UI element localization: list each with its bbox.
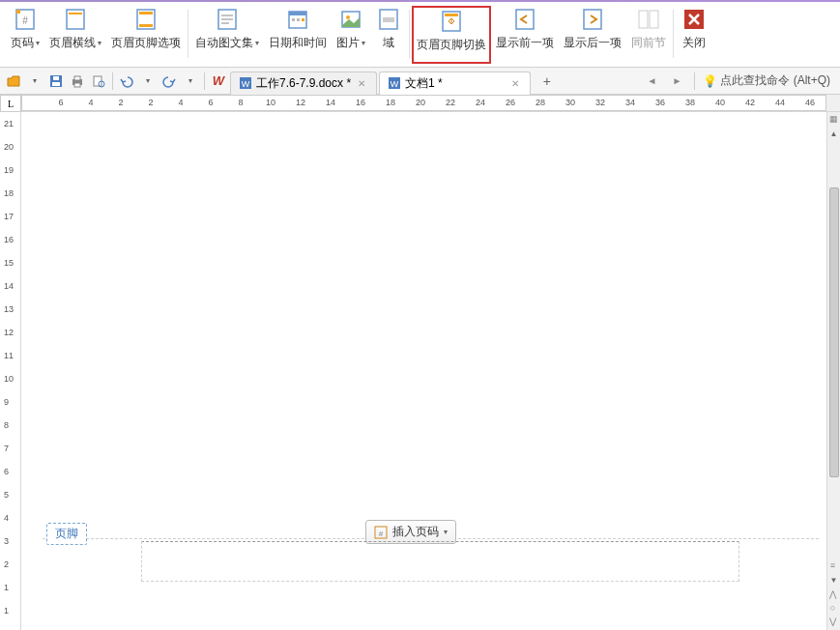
ruler-tick: 4 [4, 513, 9, 523]
close-button[interactable]: 关闭 [676, 6, 712, 64]
ruler-tick: 4 [88, 98, 93, 107]
svg-text:#: # [22, 15, 28, 26]
document-page-area[interactable]: 页脚 # 插入页码 ▾ [21, 112, 826, 630]
show-next-button[interactable]: 显示后一项 [559, 6, 626, 64]
show-prev-icon [511, 6, 538, 33]
date-time-button[interactable]: 日期和时间 [264, 6, 332, 64]
field-button[interactable]: 域 [370, 6, 407, 64]
ruler-tick: 6 [208, 98, 213, 107]
ruler-tick: 13 [4, 304, 14, 314]
redo-button[interactable] [159, 72, 179, 91]
tab-close-button[interactable]: ✕ [508, 76, 522, 90]
scroll-down-button[interactable]: ▼ [828, 574, 840, 586]
quick-access-toolbar: ▾ ▾ ▾ W W 工作7.6-7.9.docx * ✕ W 文档1 * ✕ +… [0, 68, 840, 95]
ruler-tick: 7 [4, 444, 9, 453]
ruler-tick: 46 [805, 98, 815, 107]
find-command-field[interactable]: 💡 点此查找命令 (Alt+Q) [703, 72, 830, 89]
ruler-tick: 28 [536, 98, 545, 107]
svg-rect-19 [383, 17, 394, 22]
show-prev-button[interactable]: 显示前一项 [491, 6, 559, 64]
picture-label: 图片 [336, 35, 360, 51]
prev-page-icon[interactable]: ⋀ [828, 589, 838, 599]
find-command-label: 点此查找命令 (Alt+Q) [720, 72, 830, 89]
ruler-tick: 20 [416, 98, 425, 107]
ruler-tick: 2 [118, 98, 123, 107]
redo-dropdown[interactable]: ▾ [181, 72, 200, 91]
ruler-tick: 5 [4, 490, 9, 500]
ruler-corner[interactable]: L [0, 95, 21, 112]
header-footer-switch-button[interactable]: 页眉页脚切换 [412, 6, 491, 64]
dropdown-button[interactable]: ▾ [25, 72, 44, 91]
ruler-tick: 30 [565, 98, 575, 107]
header-line-button[interactable]: 页眉横线▾ [44, 6, 106, 64]
dropdown-arrow-icon: ▾ [444, 528, 448, 536]
header-footer-options-button[interactable]: 页眉页脚选项 [106, 6, 186, 64]
svg-rect-13 [292, 18, 295, 21]
ruler-tick: 2 [148, 98, 153, 107]
browse-object-icon[interactable]: ○ [828, 603, 838, 613]
scroll-up-button[interactable]: ▲ [828, 128, 840, 139]
word-doc-icon: W [239, 76, 252, 90]
ruler-tick: 3 [4, 536, 9, 546]
doc-map-icon[interactable]: ▦ [828, 114, 840, 126]
header-line-icon [62, 6, 89, 33]
dropdown-arrow-icon: ▾ [36, 39, 40, 47]
print-button[interactable] [68, 72, 87, 91]
next-page-icon[interactable]: ⋁ [828, 616, 838, 626]
svg-text:#: # [379, 530, 384, 538]
undo-button[interactable] [117, 72, 136, 91]
svg-rect-29 [53, 76, 59, 80]
ruler-tick: 9 [4, 397, 9, 407]
ruler-tick: 44 [775, 98, 785, 107]
picture-button[interactable]: 图片▾ [332, 6, 370, 64]
auto-text-button[interactable]: 自动图文集▾ [190, 6, 264, 64]
header-footer-switch-icon [438, 8, 465, 35]
page-number-small-icon: # [374, 526, 388, 539]
same-prev-section-label: 同前节 [631, 35, 666, 51]
ruler-tick: 6 [4, 467, 9, 476]
dropdown-arrow-icon: ▾ [362, 39, 365, 47]
ruler-tick: 15 [4, 258, 14, 268]
scroll-thumb[interactable] [829, 187, 839, 477]
svg-text:W: W [391, 79, 399, 89]
ruler-tick: 1 [4, 606, 9, 616]
open-button[interactable] [4, 72, 23, 91]
page-number-button[interactable]: # 页码▾ [6, 6, 44, 64]
vertical-scrollbar[interactable]: ▦ ▲ ≡ ▼ ⋀ ○ ⋁ [826, 112, 840, 630]
footer-region-label: 页脚 [46, 523, 87, 545]
nav-next-button[interactable]: ► [667, 72, 686, 91]
ruler-tick: 8 [4, 420, 9, 430]
ruler-tick: 18 [4, 188, 14, 198]
horizontal-ruler[interactable]: 6422468101214161820222426283032343638404… [21, 95, 826, 111]
lightbulb-icon: 💡 [703, 74, 717, 88]
document-tab-1[interactable]: W 工作7.6-7.9.docx * ✕ [230, 72, 377, 95]
footer-editable-region[interactable] [141, 541, 739, 582]
ruler-tick: 8 [238, 98, 243, 107]
svg-rect-25 [650, 11, 658, 28]
new-tab-button[interactable]: + [536, 72, 558, 91]
sidebar-toggle-icon[interactable]: ≡ [828, 560, 838, 570]
tab-close-button[interactable]: ✕ [355, 76, 368, 90]
ruler-tick: 2 [4, 559, 9, 569]
ruler-tick: 16 [356, 98, 365, 107]
ruler-tick: 26 [506, 98, 515, 107]
date-time-label: 日期和时间 [269, 35, 327, 51]
document-tab-2[interactable]: W 文档1 * ✕ [379, 72, 531, 95]
header-line-label: 页眉横线 [49, 35, 96, 51]
wps-logo[interactable]: W [209, 72, 228, 91]
svg-rect-32 [74, 83, 80, 87]
field-icon [375, 6, 402, 33]
same-prev-section-button: 同前节 [626, 6, 671, 64]
ruler-tick: 34 [625, 98, 635, 107]
nav-prev-button[interactable]: ◄ [642, 72, 661, 91]
svg-rect-24 [639, 11, 648, 28]
undo-dropdown[interactable]: ▾ [138, 72, 158, 91]
page-number-icon: # [12, 6, 39, 33]
svg-rect-23 [584, 10, 601, 29]
ruler-tick: 24 [476, 98, 485, 107]
print-preview-button[interactable] [89, 72, 108, 91]
vertical-ruler[interactable]: 2120191817161514131211109876543211 [0, 112, 21, 630]
ruler-tick: 38 [685, 98, 695, 107]
svg-rect-22 [516, 10, 534, 29]
save-button[interactable] [46, 72, 66, 91]
